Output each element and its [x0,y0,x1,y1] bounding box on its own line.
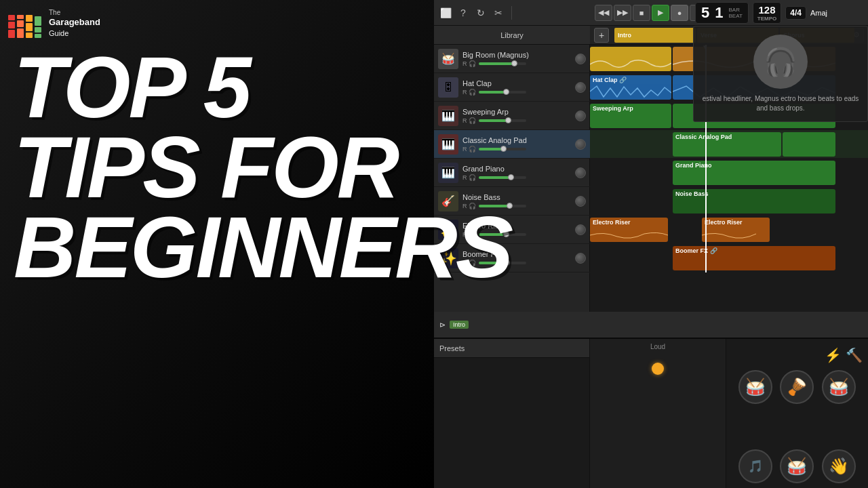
track-knob-5[interactable] [575,196,586,207]
stop-button[interactable]: ■ [633,5,650,21]
logo-brand: Garageband [49,17,100,28]
clip-analog-pad-verse[interactable]: Classic Analog Pad [673,132,781,157]
drum-pad-1[interactable]: 🥁 [738,370,772,404]
tempo-display[interactable]: 128 TEMPO [753,2,781,24]
rewind-button[interactable]: ◀◀ [595,5,612,21]
library-icon[interactable]: ⬜ [438,5,453,20]
logo-guide: Guide [49,28,100,38]
logo: The Garageband Guide [8,8,100,38]
hat-clap-label: Hat Clap 🔗 [593,77,627,83]
xy-dot [652,363,664,375]
time-signature[interactable]: 4/4 [785,6,806,20]
scissors-icon[interactable]: ✂ [491,5,506,20]
track-knob-0[interactable] [575,54,586,64]
clip-electro-riser-2[interactable]: Electro Riser [702,218,770,242]
help-icon[interactable]: ? [456,5,471,20]
clip-boomer-fx[interactable]: Boomer FX 🔗 [673,246,835,270]
add-track-button[interactable]: + [594,28,609,43]
bar-beat-labels: BAR BEAT [728,7,742,19]
mini-timeline-icon: ⊳ [439,321,446,329]
logo-the: The [49,8,100,17]
transport: ◀◀ ▶▶ ■ ▶ ● ↺ [595,5,707,21]
headline: TOP 5 TIPS FOR BEGINNERS [14,47,511,287]
lib-title-2: Library [500,31,524,39]
bar-number: 5 [701,4,709,22]
drum-pad-2[interactable]: 🪘 [780,370,814,404]
bottom-panel: Presets Loud Simple Complex ⚡ 🔨 🥁 🪘 [434,338,868,488]
boomer-fx-label: Boomer FX 🔗 [675,247,717,254]
tempo-value: 128 [759,4,776,16]
drum-action-icons: ⚡ 🔨 [825,347,863,363]
presets-content [434,358,589,488]
track-knob-7[interactable] [575,253,586,264]
clip-big-room-intro[interactable] [590,47,671,71]
clip-grand-piano[interactable]: Grand Piano [673,161,835,185]
beat-number: 1 [715,4,723,22]
logo-bars [8,8,43,38]
xy-pad[interactable]: Loud Simple Complex [590,339,726,488]
waveform-hat-clap [590,85,671,100]
toolbar: ⬜ ? ↻ ✂ ◀◀ ▶▶ ■ ▶ ● ↺ 5 1 BAR BEAT 128 [434,0,868,26]
lightning-icon: ⚡ [825,347,842,363]
loud-label: Loud [650,343,665,350]
drum-pad-3[interactable]: 🥁 [822,370,856,404]
presets-label: Presets [439,344,465,352]
clip-analog-pad-chorus[interactable] [783,132,835,157]
timeline-track-analog-pad: Classic Analog Pad [590,130,868,159]
clip-sweeping-arp-intro[interactable]: Sweeping Arp [590,104,671,128]
time-display: 5 1 BAR BEAT 128 TEMPO 4/4 Amaj [695,2,827,24]
drum-pad-4[interactable]: 🎵 [738,449,772,483]
track-knob-4[interactable] [575,167,586,178]
electro-riser-label-2: Electro Riser [705,219,743,226]
beat-label: BEAT [728,13,742,19]
clip-electro-riser-1[interactable]: Electro Riser [590,218,668,242]
track-knob-3[interactable] [575,139,586,150]
fastforward-button[interactable]: ▶▶ [614,5,631,21]
mini-intro-tag: Intro [450,321,469,329]
toolbar-sep-1 [511,6,512,20]
headline-line2: TIPS FOR [14,127,511,207]
timeline-track-boomer-fx: Boomer FX 🔗 [590,244,868,272]
drum-pad-5[interactable]: 🥁 [780,449,814,483]
electro-riser-label-1: Electro Riser [593,219,631,226]
mini-timeline-header: ⊳ Intro [434,312,868,338]
bar-label: BAR [728,7,742,13]
bottom-right-drums: ⚡ 🔨 🥁 🪘 🥁 🎵 🥁 👋 [726,339,868,488]
waveform-big-room [590,56,671,71]
track-knob-6[interactable] [575,224,586,235]
bar-beat-display: 5 1 BAR BEAT [695,2,749,24]
presets-header: Presets [434,339,589,358]
play-button[interactable]: ▶ [652,5,669,21]
clip-noise-bass[interactable]: Noise Bass [673,189,835,214]
headline-line1: TOP 5 [14,47,511,127]
timeline-track-noise-bass: Noise Bass [590,187,868,216]
tempo-label: TEMPO [757,16,776,22]
headline-line3: BEGINNERS [14,207,511,287]
bottom-left-presets: Presets [434,339,590,488]
logo-text: The Garageband Guide [49,8,100,38]
lib-header-2: Library [434,26,590,45]
track-knob-2[interactable] [575,110,586,121]
timeline-track-electro-riser: Electro Riser Electro Riser [590,216,868,244]
record-button[interactable]: ● [671,5,688,21]
noise-bass-label: Noise Bass [675,190,709,197]
refresh-icon[interactable]: ↻ [473,5,488,20]
sweeping-arp-label: Sweeping Arp [593,105,633,112]
key-display[interactable]: Amaj [810,9,827,17]
mini-timeline-strip: ⊳ Intro [434,312,868,338]
left-overlay: The Garageband Guide TOP 5 TIPS FOR BEGI… [0,0,434,488]
timeline-track-grand-piano: Grand Piano [590,159,868,187]
hammer-icon: 🔨 [846,347,863,363]
drum-pad-6[interactable]: 👋 [822,449,856,483]
clip-hat-clap-intro[interactable]: Hat Clap 🔗 [590,75,671,100]
analog-pad-label: Classic Analog Pad [675,134,732,140]
track-knob-1[interactable] [575,82,586,93]
